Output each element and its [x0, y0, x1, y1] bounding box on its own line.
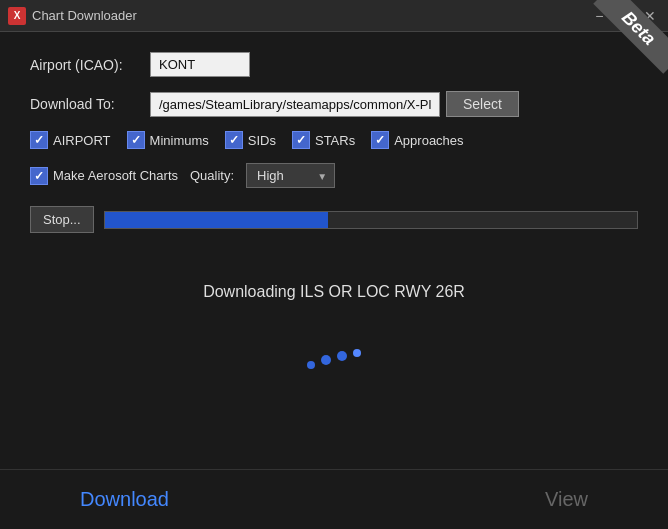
airport-input[interactable]: [150, 52, 250, 77]
stop-button[interactable]: Stop...: [30, 206, 94, 233]
checkbox-aerosoft-box[interactable]: ✓: [30, 167, 48, 185]
quality-row: ✓ Make Aerosoft Charts Quality: Low Medi…: [30, 163, 638, 188]
dot-1: [307, 361, 315, 369]
airport-label: Airport (ICAO):: [30, 57, 150, 73]
select-button[interactable]: Select: [446, 91, 519, 117]
checkbox-stars[interactable]: ✓ STARs: [292, 131, 355, 149]
checkbox-airport-check: ✓: [34, 133, 44, 147]
dot-4: [353, 349, 361, 357]
checkbox-sids-label: SIDs: [248, 133, 276, 148]
checkbox-sids-check: ✓: [229, 133, 239, 147]
quality-dropdown-wrapper[interactable]: Low Medium High Ultra: [246, 163, 335, 188]
airport-row: Airport (ICAO):: [30, 52, 638, 77]
download-to-label: Download To:: [30, 96, 150, 112]
title-bar-left: X Chart Downloader: [8, 7, 137, 25]
progress-bar-fill: [105, 212, 329, 228]
window-title: Chart Downloader: [32, 8, 137, 23]
checkbox-minimums-label: Minimums: [150, 133, 209, 148]
progress-row: Stop...: [30, 206, 638, 233]
checkbox-sids[interactable]: ✓ SIDs: [225, 131, 276, 149]
checkbox-approaches-box[interactable]: ✓: [371, 131, 389, 149]
beta-label: Beta: [593, 0, 668, 74]
checkbox-aerosoft-check: ✓: [34, 169, 44, 183]
bottom-bar: Download View: [0, 469, 668, 529]
loading-dots: [50, 321, 618, 361]
beta-badge: Beta: [588, 0, 668, 80]
main-content: Airport (ICAO): Download To: Select ✓ AI…: [0, 32, 668, 411]
checkbox-minimums-box[interactable]: ✓: [127, 131, 145, 149]
checkbox-stars-box[interactable]: ✓: [292, 131, 310, 149]
view-button[interactable]: View: [525, 480, 608, 519]
download-path-input[interactable]: [150, 92, 440, 117]
quality-select[interactable]: Low Medium High Ultra: [246, 163, 335, 188]
quality-label: Quality:: [190, 168, 234, 183]
checkbox-minimums[interactable]: ✓ Minimums: [127, 131, 209, 149]
checkbox-stars-check: ✓: [296, 133, 306, 147]
status-text: Downloading ILS OR LOC RWY 26R: [50, 283, 618, 301]
download-button[interactable]: Download: [60, 480, 189, 519]
make-aerosoft-label: Make Aerosoft Charts: [53, 168, 178, 183]
checkboxes-row: ✓ AIRPORT ✓ Minimums ✓ SIDs ✓ STARs ✓: [30, 131, 638, 149]
dot-3: [337, 351, 347, 361]
checkbox-approaches[interactable]: ✓ Approaches: [371, 131, 463, 149]
checkbox-stars-label: STARs: [315, 133, 355, 148]
checkbox-approaches-check: ✓: [375, 133, 385, 147]
checkbox-airport-box[interactable]: ✓: [30, 131, 48, 149]
dot-2: [321, 355, 331, 365]
status-area: Downloading ILS OR LOC RWY 26R: [30, 253, 638, 391]
download-to-row: Download To: Select: [30, 91, 638, 117]
checkbox-aerosoft[interactable]: ✓ Make Aerosoft Charts: [30, 167, 178, 185]
app-icon: X: [8, 7, 26, 25]
title-bar: X Chart Downloader − □ ✕: [0, 0, 668, 32]
checkbox-minimums-check: ✓: [131, 133, 141, 147]
checkbox-airport[interactable]: ✓ AIRPORT: [30, 131, 111, 149]
checkbox-airport-label: AIRPORT: [53, 133, 111, 148]
progress-bar-container: [104, 211, 638, 229]
checkbox-sids-box[interactable]: ✓: [225, 131, 243, 149]
checkbox-approaches-label: Approaches: [394, 133, 463, 148]
